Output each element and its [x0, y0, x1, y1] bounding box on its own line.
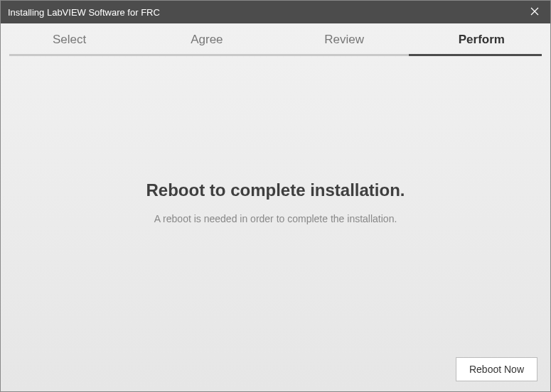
reboot-now-button[interactable]: Reboot Now	[456, 357, 537, 381]
footer: Reboot Now	[456, 357, 537, 381]
tab-select: Select	[1, 23, 138, 54]
install-heading: Reboot to complete installation.	[146, 180, 405, 200]
tab-perform: Perform	[413, 23, 550, 54]
install-subtext: A reboot is needed in order to complete …	[154, 213, 397, 224]
tab-agree: Agree	[138, 23, 275, 54]
content-area: Select Agree Review Perform Reboot to co…	[1, 23, 550, 391]
title-bar: Installing LabVIEW Software for FRC	[1, 1, 550, 23]
close-icon	[530, 6, 539, 18]
window-title: Installing LabVIEW Software for FRC	[8, 7, 160, 18]
main-message: Reboot to complete installation. A reboo…	[1, 56, 550, 391]
close-button[interactable]	[519, 1, 550, 23]
step-tabs: Select Agree Review Perform	[1, 23, 550, 54]
installer-window: Installing LabVIEW Software for FRC Sele…	[0, 0, 551, 392]
tab-review: Review	[276, 23, 413, 54]
